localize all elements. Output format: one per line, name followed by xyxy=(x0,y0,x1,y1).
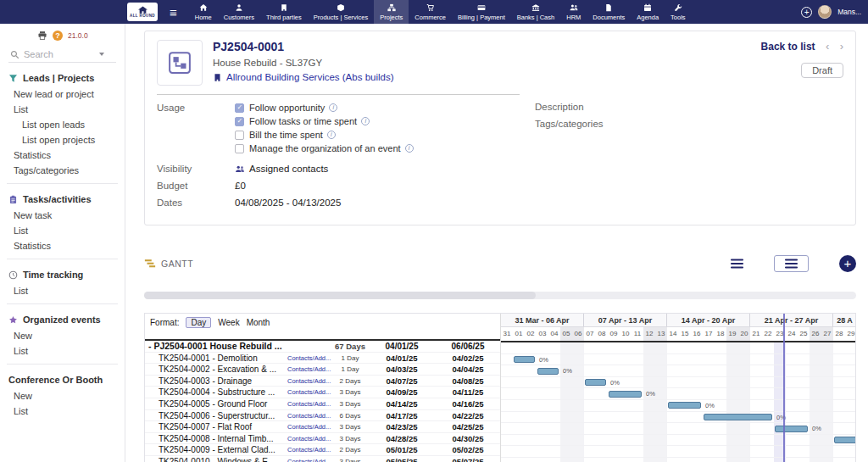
sidebar-section-tasks-activities[interactable]: Tasks/activities xyxy=(0,189,125,208)
search-input[interactable] xyxy=(24,49,95,59)
gantt-chart-row xyxy=(501,342,855,354)
events-icon xyxy=(8,315,18,325)
format-option-month[interactable]: Month xyxy=(247,318,270,327)
quick-add-icon[interactable]: + xyxy=(801,7,812,18)
topnav-item-home[interactable]: Home xyxy=(189,0,218,24)
main-content: PJ2504-0001 House Rebuild - SL37GY Allro… xyxy=(125,24,868,462)
contacts-link[interactable]: Contacts/Add... xyxy=(287,456,331,462)
task-duration: 2 Days xyxy=(331,376,369,387)
search-options-caret-icon[interactable] xyxy=(99,53,104,56)
task-duration: 1 Day xyxy=(331,353,369,364)
timeline-weeks-row: 31 Mar - 06 Apr07 Apr - 13 Apr14 Apr - 2… xyxy=(501,314,855,327)
contacts-link[interactable]: Contacts/Add... xyxy=(287,353,331,364)
contacts-link[interactable]: Contacts/Add... xyxy=(287,387,331,398)
topnav-item-banks-cash[interactable]: Banks | Cash xyxy=(511,0,560,24)
timeline-day-header: 06 xyxy=(572,327,584,341)
checkbox-checked[interactable] xyxy=(235,103,244,113)
sidebar-item-list[interactable]: List xyxy=(0,223,125,238)
sidebar-item-new[interactable]: New xyxy=(0,388,125,404)
timeline-day-header: 11 xyxy=(632,327,643,341)
contacts-link[interactable]: Contacts/Add... xyxy=(287,421,331,432)
sidebar-section-conference-or-booth[interactable]: Conference Or Booth xyxy=(0,370,125,388)
user-icon xyxy=(235,3,243,12)
project-photo[interactable] xyxy=(157,40,203,86)
gantt-section-label: GANTT xyxy=(144,258,193,270)
format-option-week[interactable]: Week xyxy=(218,318,239,327)
sidebar-item-new-task[interactable]: New task xyxy=(0,208,125,223)
list-view-icon[interactable] xyxy=(731,259,743,269)
topnav-item-projects[interactable]: Projects xyxy=(374,0,409,24)
gantt-bar[interactable] xyxy=(668,402,701,409)
topnav-item-hrm[interactable]: HRM xyxy=(560,0,587,24)
topnav-item-products-services[interactable]: Products | Services xyxy=(308,0,374,24)
users-icon xyxy=(570,3,578,12)
back-to-list-link[interactable]: Back to list xyxy=(761,41,815,53)
topnav-item-agenda[interactable]: Agenda xyxy=(631,0,665,24)
gantt-bar[interactable] xyxy=(537,368,559,375)
chevron-left-icon[interactable]: ‹ xyxy=(826,40,829,53)
format-option-day[interactable]: Day xyxy=(186,317,211,328)
contacts-link[interactable]: Contacts/Add... xyxy=(287,398,331,409)
checkbox-checked[interactable] xyxy=(235,117,244,126)
company-link[interactable]: Allround Building Services (Abs builds) xyxy=(226,72,394,82)
sidebar-item-statistics[interactable]: Statistics xyxy=(0,238,125,253)
contacts-link[interactable]: Contacts/Add... xyxy=(287,433,331,444)
task-start-date: 04/01/25 xyxy=(369,353,435,364)
sidebar-item-list[interactable]: List xyxy=(0,343,125,359)
print-icon[interactable] xyxy=(37,31,47,41)
help-icon[interactable]: ? xyxy=(53,31,63,41)
topnav-item-commerce[interactable]: Commerce xyxy=(409,0,452,24)
sidebar-item-list[interactable]: List xyxy=(0,404,125,419)
dates-value: 04/08/2025 - 04/13/2025 xyxy=(235,198,341,208)
user-name[interactable]: Mans... xyxy=(837,8,861,16)
sidebar-section-time-tracking[interactable]: Time tracking xyxy=(0,264,125,283)
project-fields: Usage Follow opportunityFollow tasks or … xyxy=(145,94,855,225)
timeline-day-header: 12 xyxy=(643,327,655,341)
contacts-link[interactable]: Contacts/Add... xyxy=(287,364,331,375)
gantt-bar[interactable] xyxy=(775,426,808,432)
task-end-date: 04/02/25 xyxy=(435,353,500,364)
topnav-item-tools[interactable]: Tools xyxy=(665,0,692,24)
topnav-item-third-parties[interactable]: Third parties xyxy=(260,0,308,24)
sidebar-item-tags-categories[interactable]: Tags/categories xyxy=(0,163,125,178)
task-end-date: 04/11/25 xyxy=(435,387,500,398)
sidebar-item-list[interactable]: List xyxy=(0,102,125,117)
gantt-bar[interactable] xyxy=(704,414,772,420)
sidebar-item-list-open-leads[interactable]: List open leads xyxy=(0,117,125,132)
contacts-link[interactable]: Contacts/Add... xyxy=(287,410,331,421)
chevron-right-icon[interactable]: › xyxy=(840,40,843,53)
gantt-chart-row: 0% xyxy=(501,400,855,412)
sidebar-section-leads-projects[interactable]: Leads | Projects xyxy=(0,68,125,86)
app-logo[interactable]: ALL ROUND xyxy=(127,3,158,21)
avatar[interactable] xyxy=(818,5,832,19)
contacts-link[interactable]: Contacts/Add... xyxy=(287,376,331,387)
topnav-item-customers[interactable]: Customers xyxy=(218,0,260,24)
gantt-bar[interactable] xyxy=(834,437,855,443)
gantt-bar[interactable] xyxy=(514,356,535,363)
sidebar-section-organized-events[interactable]: Organized events xyxy=(0,309,125,328)
sidebar-item-new-lead-or-project[interactable]: New lead or project xyxy=(0,86,125,102)
sidebar-item-new[interactable]: New xyxy=(0,328,125,343)
project-titles: PJ2504-0001 House Rebuild - SL37GY Allro… xyxy=(213,40,394,86)
contacts-link[interactable]: Contacts/Add... xyxy=(287,444,331,455)
gantt-view-toggle[interactable] xyxy=(774,255,809,272)
gantt-bar[interactable] xyxy=(585,379,606,386)
scrollbar-thumb[interactable] xyxy=(144,292,536,299)
topnav-item-label: Home xyxy=(195,14,212,21)
add-task-button[interactable]: + xyxy=(839,255,856,272)
timeline-day-header: 17 xyxy=(703,327,715,341)
topnav-item-documents[interactable]: Documents xyxy=(587,0,631,24)
gantt-horizontal-scrollbar[interactable] xyxy=(144,292,856,299)
app-version: 21.0.0 xyxy=(68,31,88,40)
task-end-date: 05/02/25 xyxy=(435,444,500,455)
topnav-item-label: Customers xyxy=(224,14,254,21)
sidebar-item-list[interactable]: List xyxy=(0,283,125,298)
menu-toggle-icon[interactable]: ≡ xyxy=(170,6,177,19)
task-duration: 3 Days xyxy=(331,387,369,398)
gantt-bar[interactable] xyxy=(609,391,642,398)
sidebar-item-statistics[interactable]: Statistics xyxy=(0,148,125,163)
topnav-item-billing-payment[interactable]: Billing | Payment xyxy=(452,0,511,24)
checkbox-unchecked[interactable] xyxy=(235,144,244,153)
checkbox-unchecked[interactable] xyxy=(235,131,244,140)
sidebar-item-list-open-projects[interactable]: List open projects xyxy=(0,132,125,148)
